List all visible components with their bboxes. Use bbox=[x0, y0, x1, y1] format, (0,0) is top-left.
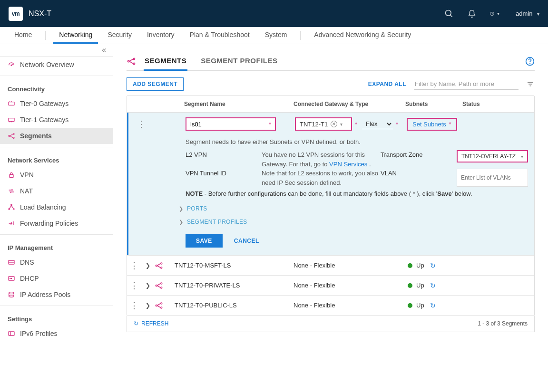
sidebar-item-network-overview[interactable]: Network Overview bbox=[0, 57, 113, 73]
user-menu[interactable]: admin ▾ bbox=[516, 10, 539, 17]
segment-name-cell: TNT12-T0-PUBLIC-LS bbox=[175, 302, 294, 309]
segment-name-input[interactable] bbox=[190, 121, 268, 128]
collapse-sidebar-button[interactable] bbox=[0, 44, 113, 57]
divider bbox=[0, 306, 113, 306]
sidebar-item-label: Forwarding Policies bbox=[20, 220, 78, 227]
sidebar-item-tier1[interactable]: Tier-1 Gateways bbox=[0, 112, 113, 128]
row-menu-button[interactable]: ⋮ bbox=[128, 122, 186, 126]
tab-networking[interactable]: Networking bbox=[53, 27, 98, 44]
filter-input[interactable] bbox=[414, 78, 519, 90]
ipv6-icon bbox=[8, 330, 15, 337]
sidebar-item-nat[interactable]: NAT bbox=[0, 183, 113, 199]
expand-all-button[interactable]: EXPAND ALL bbox=[368, 81, 406, 87]
app-title: NSX-T bbox=[29, 10, 51, 18]
refresh-status-button[interactable]: ↻ bbox=[430, 262, 436, 269]
divider bbox=[0, 76, 113, 76]
status-up-icon bbox=[408, 263, 412, 268]
vpn-services-link[interactable]: VPN Services bbox=[329, 161, 367, 168]
content-tab-segments[interactable]: SEGMENTS bbox=[144, 52, 187, 71]
vmware-logo: vm bbox=[9, 7, 23, 21]
svg-point-43 bbox=[161, 267, 162, 268]
sidebar-item-dns[interactable]: DNS bbox=[0, 254, 113, 270]
svg-line-35 bbox=[129, 61, 133, 64]
refresh-status-button[interactable]: ↻ bbox=[430, 282, 436, 289]
top-nav-bar: vm NSX-T ▾ admin ▾ bbox=[0, 0, 548, 27]
svg-line-54 bbox=[157, 303, 161, 306]
segments-table: Segment Name Connected Gateway & Type Su… bbox=[127, 96, 535, 316]
transport-zone-select[interactable]: TNT12-OVERLAY-TZ ▾ bbox=[457, 150, 528, 163]
status-up-icon bbox=[408, 283, 412, 288]
sidebar-item-label: IP Address Pools bbox=[20, 291, 70, 298]
gateway-cell: None - Flexible bbox=[294, 262, 408, 269]
divider bbox=[45, 31, 46, 40]
segment-profiles-label: SEGMENT PROFILES bbox=[187, 219, 247, 225]
ports-expander[interactable]: ❯ PORTS bbox=[128, 202, 534, 215]
sidebar-item-ip-pools[interactable]: IP Address Pools bbox=[0, 287, 113, 303]
svg-point-20 bbox=[13, 209, 14, 210]
segment-count-label: 1 - 3 of 3 Segments bbox=[478, 320, 528, 327]
expand-row-button[interactable]: ❯ bbox=[141, 262, 155, 269]
help-icon[interactable]: ▾ bbox=[490, 9, 499, 19]
sidebar-item-load-balancing[interactable]: Load Balancing bbox=[0, 199, 113, 215]
sidebar-item-segments[interactable]: Segments bbox=[0, 128, 113, 144]
clear-icon[interactable]: ✕ bbox=[331, 121, 337, 127]
username-label: admin bbox=[516, 10, 532, 17]
svg-rect-6 bbox=[9, 102, 14, 105]
row-menu-button[interactable]: ⋮ bbox=[127, 303, 141, 308]
segment-profiles-expander[interactable]: ❯ SEGMENT PROFILES bbox=[128, 215, 534, 229]
dhcp-icon bbox=[8, 275, 15, 282]
tab-home[interactable]: Home bbox=[9, 27, 38, 44]
connected-gateway-select[interactable]: TNT12-T1 ✕ ▾ bbox=[295, 117, 352, 131]
search-icon[interactable] bbox=[444, 9, 454, 19]
set-subnets-button[interactable]: Set Subnets * bbox=[407, 118, 457, 131]
save-button[interactable]: SAVE bbox=[186, 234, 223, 248]
sidebar-item-dhcp[interactable]: DHCP bbox=[0, 270, 113, 287]
refresh-button[interactable]: ↻ REFRESH bbox=[134, 320, 168, 327]
svg-point-31 bbox=[128, 60, 129, 62]
svg-rect-29 bbox=[9, 332, 14, 335]
note-bold-label: NOTE bbox=[186, 190, 203, 197]
tab-plan-troubleshoot[interactable]: Plan & Troubleshoot bbox=[184, 27, 255, 44]
gateway-value: TNT12-T1 bbox=[300, 121, 328, 128]
tab-security[interactable]: Security bbox=[102, 27, 137, 44]
segment-name-cell: TNT12-T0-PRIVATE-LS bbox=[175, 282, 294, 289]
tab-system[interactable]: System bbox=[259, 27, 293, 44]
primary-tabs: Home Networking Security Inventory Plan … bbox=[0, 27, 548, 44]
segments-icon bbox=[155, 281, 175, 290]
help-icon[interactable] bbox=[525, 57, 535, 66]
vlan-label: VLAN bbox=[381, 169, 457, 177]
filter-icon[interactable] bbox=[526, 80, 535, 88]
required-asterisk-icon: * bbox=[355, 121, 357, 128]
divider bbox=[0, 234, 113, 235]
forward-icon bbox=[8, 220, 15, 227]
sidebar-section-connectivity: Connectivity bbox=[0, 79, 113, 96]
tab-inventory[interactable]: Inventory bbox=[141, 27, 180, 44]
sidebar-item-vpn[interactable]: VPN bbox=[0, 167, 113, 183]
vlan-input[interactable] bbox=[457, 169, 528, 187]
segment-name-field[interactable]: * bbox=[186, 117, 276, 131]
sidebar-item-forwarding-policies[interactable]: Forwarding Policies bbox=[0, 215, 113, 231]
add-segment-button[interactable]: ADD SEGMENT bbox=[127, 77, 184, 91]
expand-row-button[interactable]: ❯ bbox=[141, 282, 155, 289]
sidebar-item-tier0[interactable]: Tier-0 Gateways bbox=[0, 96, 113, 112]
status-up-icon bbox=[408, 303, 412, 308]
sidebar-item-label: NAT bbox=[20, 187, 33, 195]
tab-advanced-networking[interactable]: Advanced Networking & Security bbox=[308, 27, 417, 44]
chevron-down-icon: ▾ bbox=[521, 154, 523, 159]
svg-point-13 bbox=[13, 134, 14, 135]
ports-label: PORTS bbox=[187, 205, 207, 212]
row-menu-button[interactable]: ⋮ bbox=[127, 283, 141, 288]
cancel-button[interactable]: CANCEL bbox=[234, 238, 259, 244]
sidebar-item-ipv6-profiles[interactable]: IPv6 Profiles bbox=[0, 325, 113, 342]
refresh-status-button[interactable]: ↻ bbox=[430, 302, 436, 309]
gauge-icon bbox=[8, 61, 15, 68]
segments-icon bbox=[8, 132, 15, 140]
row-menu-button[interactable]: ⋮ bbox=[127, 263, 141, 268]
svg-line-55 bbox=[157, 306, 161, 308]
expand-row-button[interactable]: ❯ bbox=[141, 302, 155, 309]
l2vpn-message: You have no L2 VPN sessions for this Gat… bbox=[262, 150, 381, 187]
segment-type-select[interactable]: Flex bbox=[362, 119, 393, 129]
content-tab-segment-profiles[interactable]: SEGMENT PROFILES bbox=[200, 52, 278, 71]
gateway-cell: None - Flexible bbox=[294, 302, 408, 309]
bell-icon[interactable] bbox=[467, 9, 477, 19]
